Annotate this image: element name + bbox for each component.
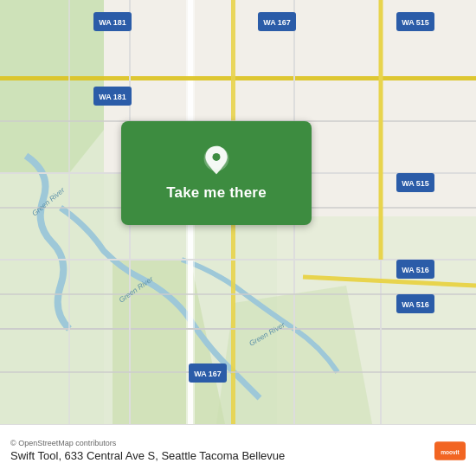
map-container[interactable]: WA 181 WA 167 WA 515 WA 181 WA 515 WA 51… (0, 0, 476, 424)
location-text: Swift Tool, 633 Central Ave S, Seattle T… (10, 449, 285, 462)
svg-rect-10 (0, 76, 476, 80)
cta-panel[interactable]: Take me there (121, 121, 312, 225)
svg-text:WA 181: WA 181 (99, 93, 126, 101)
svg-text:WA 516: WA 516 (402, 266, 429, 274)
svg-marker-4 (0, 0, 104, 173)
svg-point-48 (213, 153, 221, 161)
svg-text:WA 181: WA 181 (99, 18, 126, 27)
moovit-logo-svg: moovit (434, 435, 466, 466)
svg-text:WA 515: WA 515 (402, 18, 429, 27)
svg-text:moovit: moovit (441, 449, 460, 455)
svg-text:WA 516: WA 516 (402, 300, 429, 309)
svg-text:WA 167: WA 167 (263, 18, 291, 27)
location-info: © OpenStreetMap contributors Swift Tool,… (10, 439, 285, 462)
map-pin-icon (201, 145, 232, 176)
moovit-logo: moovit (434, 435, 466, 466)
svg-text:WA 515: WA 515 (402, 179, 429, 188)
cta-label: Take me there (166, 184, 267, 202)
svg-text:WA 167: WA 167 (194, 370, 222, 378)
bottom-bar: © OpenStreetMap contributors Swift Tool,… (0, 424, 476, 476)
copyright-text: © OpenStreetMap contributors (10, 439, 285, 447)
